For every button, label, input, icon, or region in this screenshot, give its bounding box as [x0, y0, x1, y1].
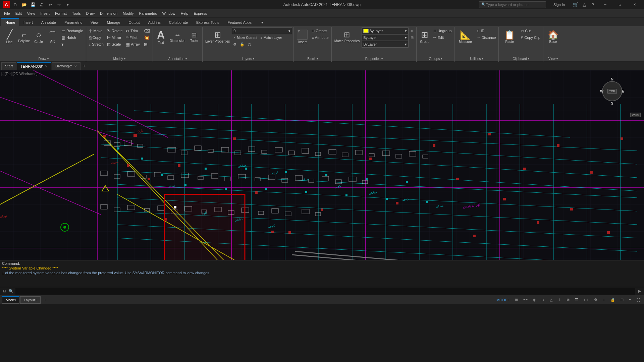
settings-button[interactable]: ⚙	[592, 296, 599, 304]
stretch-button[interactable]: ↕ Stretch	[88, 41, 105, 48]
tab-express-tools[interactable]: Express Tools	[192, 18, 223, 26]
rotate-button[interactable]: ↻ Rotate	[106, 27, 124, 34]
model-status[interactable]: MODEL	[494, 296, 512, 304]
menu-draw[interactable]: Draw	[83, 10, 97, 17]
tab-extra[interactable]: ▾	[257, 18, 267, 26]
list-button[interactable]: ≡	[409, 27, 415, 34]
match-properties-button[interactable]: ⊞ Match Properties	[333, 27, 361, 46]
dimension-button[interactable]: ↔ Dimension	[168, 27, 187, 46]
menu-format[interactable]: Format	[52, 10, 69, 17]
tab-featured-apps[interactable]: Featured Apps	[223, 18, 256, 26]
zoom-level[interactable]: 1:1	[582, 296, 591, 304]
tab-tehran008[interactable]: TEHRAN008* ✕	[17, 62, 51, 70]
lineweight-status[interactable]: ⊠	[565, 296, 572, 304]
annotation-scale-button[interactable]: +	[601, 296, 607, 304]
line-button[interactable]: ╱ Line	[3, 27, 16, 46]
cut-button[interactable]: ✂ Cut	[520, 27, 542, 34]
fullscreen-button[interactable]: ⛶	[634, 296, 642, 304]
utilities-group-label[interactable]: Utilities ▾	[456, 56, 497, 62]
maximize-button[interactable]: □	[613, 0, 627, 9]
paste-button[interactable]: 📋 Paste	[500, 27, 519, 46]
rectangle-button[interactable]: ▭ Rectangle	[60, 27, 85, 34]
move-button[interactable]: ✛ Move	[88, 27, 105, 34]
triangle-button[interactable]: △	[580, 1, 588, 9]
help-button[interactable]: ?	[589, 1, 597, 9]
minimize-button[interactable]: ─	[598, 0, 612, 9]
tab-manage[interactable]: Manage	[103, 18, 124, 26]
make-current-button[interactable]: ✓ Make Current	[232, 34, 259, 41]
clipboard-group-label[interactable]: Clipboard ▾	[500, 56, 542, 62]
tab-tehran008-close[interactable]: ✕	[45, 64, 48, 68]
layer-misc-btn3[interactable]: ◎	[247, 41, 253, 48]
qat-workspace-button[interactable]: ▾	[64, 2, 71, 8]
polyline-button[interactable]: ⌐ Polyline	[17, 27, 31, 46]
menu-insert[interactable]: Insert	[38, 10, 52, 17]
annotation-group-label[interactable]: Annotation ▾	[154, 56, 201, 62]
subscription-button[interactable]: 🛒	[572, 1, 580, 9]
tab-output[interactable]: Output	[125, 18, 144, 26]
mirror-button[interactable]: ⊢ Mirror	[106, 34, 124, 41]
layer-dropdown[interactable]: 0 ▾	[232, 27, 292, 34]
hatch-button[interactable]: ▨ Hatch	[60, 34, 85, 41]
transparency-button[interactable]: ☰	[573, 296, 580, 304]
copy-button[interactable]: ⎘ Copy	[88, 34, 105, 41]
qat-undo-button[interactable]: ↩	[47, 2, 54, 8]
dist-button[interactable]: ↔ Distance	[475, 34, 497, 41]
qat-redo-button[interactable]: ↪	[56, 2, 62, 8]
menu-help[interactable]: Help	[178, 10, 191, 17]
linetype-dropdown[interactable]: ByLayer ▾	[362, 34, 409, 41]
insert-button[interactable]: ⬛ Insert	[295, 27, 310, 46]
grid-button[interactable]: ⊞	[513, 296, 520, 304]
view-group-label[interactable]: View ▾	[545, 56, 561, 62]
add-layout-button[interactable]: +	[42, 297, 48, 303]
qat-new-button[interactable]: 🗋	[12, 2, 19, 8]
menu-tools[interactable]: Tools	[69, 10, 84, 17]
draw-more-button[interactable]: ▾	[60, 41, 85, 48]
arc-button[interactable]: ⌒ Arc	[46, 27, 59, 46]
copy-clip-button[interactable]: ⎘ Copy Clip	[520, 34, 542, 41]
scale-button[interactable]: ⊡ Scale	[106, 41, 124, 48]
match-layer-button[interactable]: ≡ Match Layer	[259, 34, 283, 41]
define-attribute-button[interactable]: ≡ Attribute	[310, 34, 330, 41]
lock-button[interactable]: 🔒	[608, 296, 617, 304]
menu-window[interactable]: Window	[160, 10, 178, 17]
tab-drawing2[interactable]: Drawing2* ✕	[52, 62, 80, 70]
canvas-area[interactable]: خیابان کوچه میدان بلوار خیابان کوچه میدا…	[0, 70, 644, 260]
otrack-button[interactable]: ⊥	[556, 296, 563, 304]
isolate-button[interactable]: ⊡	[619, 296, 626, 304]
layout1-tab[interactable]: Layout1	[20, 296, 41, 304]
close-button[interactable]: ✕	[628, 0, 641, 9]
fillet-button[interactable]: ⌔ Fillet	[124, 34, 141, 41]
sign-in-button[interactable]: Sign In	[547, 1, 571, 9]
modify-group-label[interactable]: Modify ▾	[88, 56, 151, 62]
color-dropdown[interactable]: ByLayer ▾	[362, 27, 409, 34]
drawing-canvas[interactable]: خیابان کوچه میدان بلوار خیابان کوچه میدا…	[0, 70, 644, 260]
text-button[interactable]: A Text	[154, 27, 168, 46]
layer-misc-btn2[interactable]: 🔒	[238, 41, 246, 48]
array-button[interactable]: ▦ Array	[124, 41, 141, 48]
layers-group-label[interactable]: Layers ▾	[204, 56, 292, 62]
draw-group-label[interactable]: Draw ▾	[3, 56, 85, 62]
tab-addins[interactable]: Add-ins	[144, 18, 165, 26]
id-button[interactable]: ⊕ ID	[475, 27, 497, 34]
explode-button[interactable]: 💥	[143, 34, 151, 41]
offset-button[interactable]: ⊞	[143, 41, 151, 48]
cmd-end-button[interactable]: ▶	[637, 288, 643, 294]
qat-save-button[interactable]: 💾	[30, 2, 36, 8]
menu-parametric[interactable]: Parametric	[136, 10, 159, 17]
ortho-button[interactable]: ◎	[531, 296, 538, 304]
props-extra-button[interactable]: ⊞	[409, 34, 415, 41]
lineweight-dropdown[interactable]: ByLayer ▾	[362, 41, 409, 48]
tab-home[interactable]: Home	[1, 18, 19, 26]
snap-button[interactable]: ≡≡	[521, 296, 530, 304]
ungroup-button[interactable]: ⊟ Ungroup	[432, 27, 453, 34]
hardware-button[interactable]: ≡	[627, 296, 633, 304]
menu-edit[interactable]: Edit	[13, 10, 24, 17]
model-tab[interactable]: Model	[2, 296, 19, 304]
circle-button[interactable]: ○ Circle	[32, 27, 45, 46]
trim-button[interactable]: ✂ Trim	[124, 27, 141, 34]
group-button[interactable]: ⊞ Group	[418, 27, 431, 46]
base-button[interactable]: 🏠 Base	[545, 27, 561, 46]
tab-add-button[interactable]: +	[81, 62, 88, 70]
cmd-customize-button[interactable]: ⊡	[1, 288, 7, 294]
